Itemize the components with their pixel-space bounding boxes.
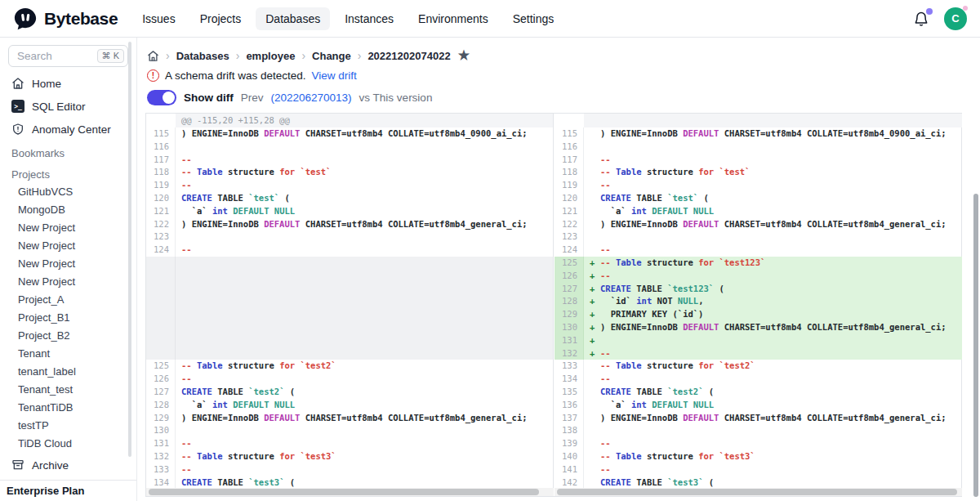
diff-marker-space — [590, 205, 600, 218]
show-diff-toggle[interactable] — [147, 90, 176, 105]
diff-row: 133 -- Table structure for `test2` — [555, 360, 962, 373]
diff-marker-space — [590, 424, 600, 437]
sidebar-project-new-project[interactable]: New Project — [0, 237, 136, 255]
line-number: 128 — [146, 399, 176, 412]
sidebar-scrollbar[interactable] — [128, 42, 131, 457]
line-number: 115 — [555, 127, 584, 141]
sidebar-project-new-project[interactable]: New Project — [0, 273, 136, 291]
line-number: 118 — [146, 166, 176, 179]
breadcrumb-home-icon[interactable] — [147, 50, 159, 62]
code-line — [176, 230, 553, 244]
diff-row: 115) ENGINE=InnoDB DEFAULT CHARSET=utf8m… — [146, 127, 553, 141]
nav-item-environments[interactable]: Environments — [408, 7, 498, 30]
breadcrumb-item[interactable]: Change — [312, 50, 351, 62]
sidebar-project-new-project[interactable]: New Project — [0, 219, 136, 237]
avatar-initial: C — [951, 12, 959, 25]
notifications-button[interactable] — [913, 11, 929, 27]
line-number: 128 — [555, 295, 584, 308]
sidebar: Search ⌘ K Home >_ SQL Editor Anomaly Ce… — [0, 38, 137, 501]
code-line: ) ENGINE=InnoDB DEFAULT CHARSET=utf8mb4 … — [176, 127, 553, 141]
sidebar-project-tenant-test[interactable]: Tenant_test — [0, 381, 136, 399]
section-label-projects: Projects — [0, 162, 136, 183]
code-line: -- — [176, 179, 553, 192]
code-line: +-- — [584, 347, 962, 360]
diff-row: 128+ `id` int NOT NULL, — [555, 295, 962, 308]
sidebar-project-tenant-label[interactable]: tenant_label — [0, 363, 136, 381]
prev-version-link[interactable]: (202206270013) — [271, 92, 352, 104]
diff-marker-space — [590, 386, 600, 399]
code-line: ) ENGINE=InnoDB DEFAULT CHARSET=utf8mb4 … — [176, 412, 553, 425]
line-number: 130 — [146, 424, 176, 437]
code-line: `a` int DEFAULT NULL — [584, 399, 962, 412]
sidebar-item-label: Archive — [32, 459, 69, 472]
diff-row: 118 -- Table structure for `test` — [555, 166, 962, 179]
code-line: `a` int DEFAULT NULL — [584, 205, 962, 218]
avatar[interactable]: C — [944, 7, 967, 30]
sidebar-item-label: Anomaly Center — [32, 123, 111, 136]
nav-item-settings[interactable]: Settings — [503, 7, 564, 30]
diff-marker-space — [590, 399, 600, 412]
scrollbar-thumb[interactable] — [557, 489, 957, 495]
diff-row: 118-- Table structure for `test` — [146, 166, 553, 179]
scrollbar-thumb[interactable] — [149, 489, 539, 495]
sidebar-item-archive[interactable]: Archive — [0, 454, 136, 476]
diff-marker-space — [590, 141, 600, 154]
sidebar-item-anomaly-center[interactable]: Anomaly Center — [0, 118, 136, 141]
star-icon[interactable]: ★ — [458, 50, 470, 61]
added-marker: + — [590, 270, 600, 283]
view-drift-link[interactable]: View drift — [312, 69, 357, 82]
line-number: 138 — [555, 424, 584, 437]
breadcrumb-item[interactable]: employee — [246, 50, 295, 62]
diff-marker-space — [590, 230, 600, 244]
line-number: 140 — [555, 450, 584, 463]
line-number: 134 — [146, 476, 176, 488]
line-number: 139 — [555, 437, 584, 450]
drift-message: A schema drift was detected. — [165, 69, 306, 82]
diff-left-hscrollbar[interactable] — [146, 488, 554, 496]
diff-right-hscrollbar[interactable] — [555, 488, 962, 496]
line-number: 132 — [555, 347, 584, 360]
code-line: ) ENGINE=InnoDB DEFAULT CHARSET=utf8mb4 … — [584, 127, 962, 141]
code-line — [176, 424, 553, 437]
sidebar-project-testtp[interactable]: testTP — [0, 417, 136, 435]
line-number: 121 — [146, 205, 176, 218]
diff-row: 121 `a` int DEFAULT NULL — [555, 205, 962, 218]
sidebar-item-home[interactable]: Home — [0, 72, 136, 95]
breadcrumb-item[interactable]: 20221202074022 — [368, 50, 450, 62]
sidebar-project-tenant[interactable]: Tenant — [0, 345, 136, 363]
page-vertical-scrollbar[interactable] — [973, 194, 978, 497]
code-line: `a` int DEFAULT NULL — [176, 205, 553, 218]
nav-item-issues[interactable]: Issues — [132, 7, 185, 30]
line-number: 125 — [555, 257, 584, 270]
sidebar-project-project-b2[interactable]: Project_B2 — [0, 327, 136, 345]
sidebar-project-githubvcs[interactable]: GitHubVCS — [0, 183, 136, 201]
sidebar-project-project-a[interactable]: Project_A — [0, 291, 136, 309]
code-line: -- — [176, 154, 553, 167]
nav-item-databases[interactable]: Databases — [256, 7, 330, 30]
code-line — [584, 141, 962, 154]
diff-row: 123 — [555, 230, 962, 244]
code-line: -- Table structure for `test` — [584, 166, 962, 179]
sidebar-project-tenanttidb[interactable]: TenantTiDB — [0, 399, 136, 417]
code-line: ) ENGINE=InnoDB DEFAULT CHARSET=utf8mb4 … — [176, 218, 553, 231]
diff-row: 125-- Table structure for `test2` — [146, 360, 553, 373]
search-input[interactable]: Search ⌘ K — [8, 45, 128, 67]
diff-row: 116 — [146, 141, 553, 154]
projects-list: GitHubVCSMongoDBNew ProjectNew ProjectNe… — [0, 183, 136, 453]
nav-item-projects[interactable]: Projects — [190, 7, 252, 30]
sidebar-project-tidb-cloud[interactable]: TiDB Cloud — [0, 435, 136, 453]
code-line: -- Table structure for `test2` — [584, 360, 962, 373]
line-number: 135 — [555, 386, 584, 399]
brand[interactable]: Bytebase — [13, 7, 118, 31]
terminal-icon: >_ — [11, 100, 24, 113]
sidebar-project-mongodb[interactable]: MongoDB — [0, 201, 136, 219]
sidebar-project-new-project[interactable]: New Project — [0, 255, 136, 273]
code-line: -- — [584, 179, 962, 192]
breadcrumb-item[interactable]: Databases — [176, 50, 229, 62]
search-shortcut-badge: ⌘ K — [97, 49, 124, 63]
diff-row: 119-- — [146, 179, 553, 192]
sidebar-project-project-b1[interactable]: Project_B1 — [0, 309, 136, 327]
nav-item-instances[interactable]: Instances — [335, 7, 403, 30]
sidebar-item-sql-editor[interactable]: >_ SQL Editor — [0, 95, 136, 118]
line-number: 116 — [146, 141, 176, 154]
